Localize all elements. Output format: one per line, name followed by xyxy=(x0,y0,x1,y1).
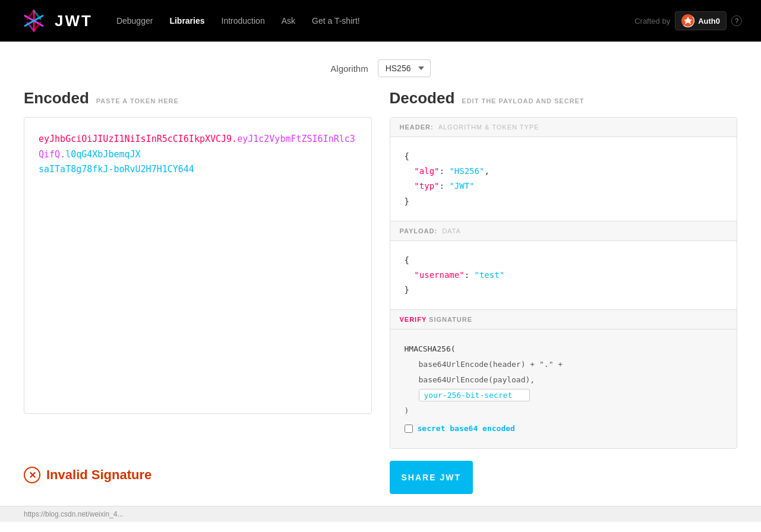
header-alg-key: "alg" xyxy=(414,166,439,176)
payload-label: PAYLOAD: xyxy=(400,227,438,235)
crafted-by-label: Crafted by xyxy=(634,17,670,26)
algorithm-select[interactable]: HS256 HS384 HS512 RS256 xyxy=(378,59,431,77)
header-alg-val: "HS256" xyxy=(449,166,484,176)
payload-open-brace: { xyxy=(405,255,409,265)
jwt-logo-icon xyxy=(19,6,49,36)
verify-line2: base64UrlEncode(header) + "." + xyxy=(405,360,563,369)
url-text: https://blog.csdn.net/weixin_4... xyxy=(24,510,123,518)
header-typ-colon: : xyxy=(440,181,450,191)
header-typ-val: "JWT" xyxy=(449,181,474,191)
encoded-panel: Encoded PASTE A TOKEN HERE eyJhbGciOiJIU… xyxy=(24,89,372,449)
algorithm-label: Algorithm xyxy=(330,64,368,74)
navbar: JWT Debugger Libraries Introduction Ask … xyxy=(0,0,761,42)
payload-sublabel: DATA xyxy=(442,227,461,235)
header-sublabel: ALGORITHM & TOKEN TYPE xyxy=(438,124,539,131)
nav-link-introduction[interactable]: Introduction xyxy=(222,16,265,26)
decoded-panel: Decoded EDIT THE PAYLOAD AND SECRET HEAD… xyxy=(390,89,738,449)
header-alg-comma: , xyxy=(484,166,489,176)
verify-closing: ) xyxy=(405,406,409,415)
info-icon[interactable]: ? xyxy=(731,15,742,26)
encoded-subtitle: PASTE A TOKEN HERE xyxy=(96,97,179,104)
payload-username-key: "username" xyxy=(414,270,464,280)
encoded-title: Encoded xyxy=(24,89,89,107)
header-close-brace: } xyxy=(405,197,409,206)
invalid-icon: ✕ xyxy=(24,467,40,483)
header-section: HEADER: ALGORITHM & TOKEN TYPE { "alg": … xyxy=(390,118,737,221)
verify-body: HMACSHA256( base64UrlEncode(header) + ".… xyxy=(390,330,737,448)
header-open-brace: { xyxy=(405,151,409,161)
header-label: HEADER: xyxy=(400,124,434,131)
base64-label: secret base64 encoded xyxy=(418,421,515,436)
payload-section-header: PAYLOAD: DATA xyxy=(390,221,737,241)
main-panels: Encoded PASTE A TOKEN HERE eyJhbGciOiJIU… xyxy=(0,89,761,461)
base64-row: secret base64 encoded xyxy=(405,421,723,436)
decoded-panels-container: HEADER: ALGORITHM & TOKEN TYPE { "alg": … xyxy=(390,117,738,449)
verify-label: VERIFY SIGNATURE xyxy=(400,316,473,323)
payload-close-brace: } xyxy=(405,285,409,294)
logo: JWT xyxy=(19,6,93,36)
verify-word: VERIFY xyxy=(400,316,427,323)
share-jwt-button[interactable]: SHARE JWT xyxy=(390,461,473,494)
token-dot1: . xyxy=(232,134,237,144)
verify-line3: base64UrlEncode(payload), xyxy=(405,375,535,384)
payload-username-val: "test" xyxy=(475,270,505,280)
secret-input[interactable] xyxy=(419,389,530,401)
algorithm-row: Algorithm HS256 HS384 HS512 RS256 xyxy=(0,42,761,89)
payload-body[interactable]: { "username": "test" } xyxy=(390,241,737,310)
url-bar: https://blog.csdn.net/weixin_4... xyxy=(0,506,761,522)
nav-link-libraries[interactable]: Libraries xyxy=(169,16,204,26)
encoded-header: Encoded PASTE A TOKEN HERE xyxy=(24,89,372,107)
header-section-header: HEADER: ALGORITHM & TOKEN TYPE xyxy=(390,118,737,137)
verify-section-header: VERIFY SIGNATURE xyxy=(390,310,737,330)
token-part1: eyJhbGciOiJIUzI1NiIsInR5cCI6IkpXVCJ9 xyxy=(39,134,232,144)
header-body[interactable]: { "alg": "HS256", "typ": "JWT" } xyxy=(390,137,737,221)
signature-word: SIGNATURE xyxy=(429,316,472,323)
logo-text: JWT xyxy=(55,12,93,30)
nav-right: Crafted by Auth0 ? xyxy=(634,11,742,30)
nav-link-ask[interactable]: Ask xyxy=(282,16,295,26)
verify-section: VERIFY SIGNATURE HMACSHA256( base64UrlEn… xyxy=(390,310,737,448)
auth0-badge[interactable]: Auth0 xyxy=(675,11,727,30)
payload-section: PAYLOAD: DATA { "username": "test" } xyxy=(390,221,737,311)
decoded-subtitle: EDIT THE PAYLOAD AND SECRET xyxy=(462,97,584,104)
header-alg-colon: : xyxy=(440,166,450,176)
encoded-token-area[interactable]: eyJhbGciOiJIUzI1NiIsInR5cCI6IkpXVCJ9.eyJ… xyxy=(24,117,372,414)
nav-link-debugger[interactable]: Debugger xyxy=(116,16,153,26)
share-area: SHARE JWT xyxy=(390,461,738,494)
nav-link-tshirt[interactable]: Get a T-shirt! xyxy=(312,16,360,26)
header-typ-key: "typ" xyxy=(414,181,439,191)
secret-input-wrapper xyxy=(405,391,530,400)
invalid-signature-area: ✕ Invalid Signature xyxy=(24,461,372,483)
decoded-header: Decoded EDIT THE PAYLOAD AND SECRET xyxy=(390,89,738,107)
nav-left: JWT Debugger Libraries Introduction Ask … xyxy=(19,6,360,36)
invalid-signature-text: Invalid Signature xyxy=(46,467,151,483)
token-dot2: . xyxy=(60,149,65,160)
auth0-logo-icon xyxy=(681,14,694,27)
invalid-signature-message: ✕ Invalid Signature xyxy=(24,461,372,483)
auth0-label: Auth0 xyxy=(698,17,720,26)
hmac-function: HMACSHA256( xyxy=(405,344,456,353)
base64-checkbox[interactable] xyxy=(405,425,413,433)
payload-username-colon: : xyxy=(465,270,475,280)
nav-links: Debugger Libraries Introduction Ask Get … xyxy=(116,16,360,26)
decoded-title: Decoded xyxy=(390,89,455,107)
bottom-row: ✕ Invalid Signature SHARE JWT xyxy=(0,461,761,506)
